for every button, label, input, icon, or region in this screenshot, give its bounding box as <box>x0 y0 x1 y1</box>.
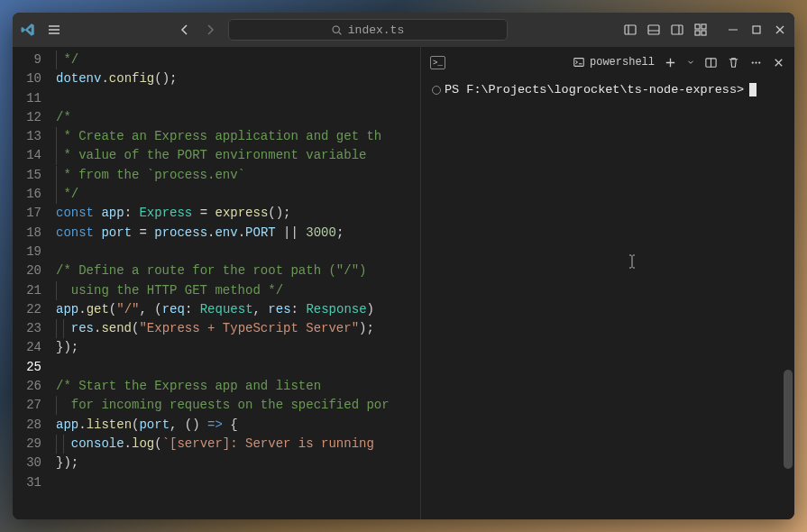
line-number: 14 <box>13 146 41 165</box>
code-line[interactable]: */ <box>56 50 420 69</box>
code-line[interactable]: * from the `process.env` <box>56 166 420 185</box>
layout-sidebar-left-icon[interactable] <box>623 23 637 37</box>
line-number: 21 <box>13 281 41 300</box>
more-actions-icon[interactable] <box>749 56 763 69</box>
svg-point-3 <box>333 26 339 32</box>
line-number: 16 <box>13 185 41 204</box>
search-label: index.ts <box>348 23 404 37</box>
line-number: 25 <box>13 358 41 377</box>
terminal-dropdown-icon[interactable] <box>686 56 695 69</box>
line-number: 27 <box>13 396 41 415</box>
code-line[interactable]: * value of the PORT environment variable <box>56 146 420 165</box>
line-number: 24 <box>13 338 41 357</box>
svg-rect-12 <box>702 24 706 29</box>
line-number: 30 <box>13 454 41 472</box>
code-line[interactable]: /* Start the Express app and listen <box>56 377 420 396</box>
terminal-tab-icon[interactable]: >_ <box>430 56 445 69</box>
code-line[interactable]: /* <box>56 108 420 127</box>
hamburger-menu-icon[interactable] <box>47 23 61 37</box>
window-close-icon[interactable] <box>773 23 787 37</box>
shell-label-text: powershell <box>590 56 655 69</box>
line-number: 12 <box>13 108 41 127</box>
layout-panel-bottom-icon[interactable] <box>647 23 661 37</box>
customize-layout-icon[interactable] <box>693 23 708 37</box>
code-line[interactable]: app.listen(port, () => { <box>56 416 420 435</box>
code-line[interactable] <box>56 473 420 492</box>
mouse-text-cursor-icon <box>628 254 636 269</box>
line-number: 29 <box>13 435 41 454</box>
kill-terminal-icon[interactable] <box>727 56 740 69</box>
window-maximize-icon[interactable] <box>749 23 764 37</box>
line-number: 10 <box>13 69 41 88</box>
line-number: 18 <box>13 224 41 243</box>
window-minimize-icon[interactable] <box>726 23 740 37</box>
svg-rect-19 <box>574 59 584 67</box>
terminal-body[interactable]: PS F:\Projects\logrocket\ts-node-express… <box>421 78 794 519</box>
line-number: 23 <box>13 319 41 338</box>
svg-line-4 <box>339 32 341 33</box>
layout-sidebar-right-icon[interactable] <box>670 23 684 37</box>
code-line[interactable]: res.send("Express + TypeScript Server"); <box>56 319 420 338</box>
line-number: 11 <box>13 89 41 108</box>
titlebar: index.ts <box>13 13 794 47</box>
code-line[interactable] <box>56 89 420 108</box>
prompt-status-icon <box>432 86 441 95</box>
code-line[interactable]: console.log(`[server]: Server is running <box>56 435 420 454</box>
svg-point-24 <box>752 61 754 63</box>
svg-rect-7 <box>648 25 659 34</box>
line-number: 26 <box>13 377 41 396</box>
line-number: 22 <box>13 300 41 319</box>
code-editor[interactable]: 9101112131415161718192021222324252627282… <box>13 47 420 519</box>
code-line[interactable]: const port = process.env.PORT || 3000; <box>56 224 420 243</box>
code-line[interactable]: for incoming requests on the specified p… <box>56 396 420 415</box>
code-line[interactable]: }); <box>56 338 420 357</box>
terminal-scrollbar[interactable] <box>784 49 793 472</box>
svg-rect-14 <box>702 31 706 35</box>
code-line[interactable]: dotenv.config(); <box>56 69 420 88</box>
nav-forward-icon[interactable] <box>203 23 217 37</box>
line-number: 19 <box>13 243 41 261</box>
code-line[interactable]: /* Define a route for the root path ("/"… <box>56 261 420 280</box>
terminal-prompt: PS F:\Projects\logrocket\ts-node-express… <box>445 83 744 96</box>
terminal-cursor <box>749 83 757 96</box>
code-line[interactable] <box>56 243 420 261</box>
vscode-window: index.ts 9101112131415161718192021222324… <box>13 13 794 519</box>
code-line[interactable]: app.get("/", (req: Request, res: Respons… <box>56 300 420 319</box>
terminal-shell-selector[interactable]: powershell <box>573 56 655 69</box>
new-terminal-icon[interactable] <box>664 56 677 69</box>
svg-point-25 <box>755 61 757 63</box>
line-number: 17 <box>13 204 41 223</box>
svg-rect-16 <box>753 26 760 33</box>
svg-point-26 <box>758 61 760 63</box>
line-number: 28 <box>13 416 41 435</box>
terminal-panel: >_ powershell PS F:\Projects\logrocket\t… <box>420 47 794 519</box>
line-number: 13 <box>13 127 41 146</box>
line-number: 20 <box>13 261 41 280</box>
line-number: 31 <box>13 473 41 492</box>
code-line[interactable]: * Create an Express application and get … <box>56 127 420 146</box>
nav-back-icon[interactable] <box>178 23 192 37</box>
terminal-header: >_ powershell <box>421 47 794 78</box>
code-content[interactable]: */dotenv.config();/** Create an Express … <box>56 47 420 519</box>
line-number: 15 <box>13 166 41 185</box>
code-line[interactable]: }); <box>56 454 420 472</box>
code-line[interactable]: using the HTTP GET method */ <box>56 281 420 300</box>
command-center-search[interactable]: index.ts <box>228 19 508 41</box>
code-line[interactable]: const app: Express = express(); <box>56 204 420 223</box>
line-number-gutter: 9101112131415161718192021222324252627282… <box>13 47 56 519</box>
line-number: 9 <box>13 50 41 69</box>
svg-rect-13 <box>695 31 700 35</box>
split-terminal-icon[interactable] <box>704 56 718 69</box>
vscode-logo-icon <box>20 22 36 38</box>
code-line[interactable] <box>56 358 420 377</box>
code-line[interactable]: */ <box>56 185 420 204</box>
svg-rect-5 <box>625 25 636 34</box>
svg-rect-11 <box>695 24 700 29</box>
svg-rect-9 <box>672 25 683 34</box>
